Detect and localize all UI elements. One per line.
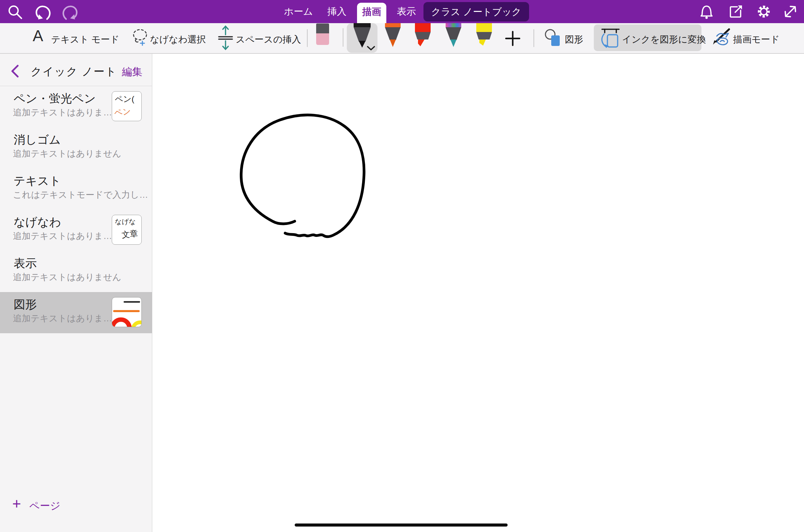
selected-pen-button[interactable] [347, 23, 377, 53]
plus-icon: + [12, 496, 21, 511]
sidebar-title: クイック ノート [31, 64, 112, 79]
search-icon[interactable] [7, 3, 24, 20]
undo-icon[interactable] [34, 3, 52, 21]
rainbow-pen[interactable] [445, 23, 462, 47]
ink-to-shape-button[interactable]: インクを図形に変換 [594, 25, 701, 51]
insert-space-button[interactable]: スペースの挿入 [217, 25, 295, 52]
note-subtitle: これはテキストモードで入力し… [13, 189, 148, 201]
note-item-text[interactable]: テキスト これはテキストモードで入力し… [0, 168, 152, 210]
orange-pen[interactable] [384, 23, 401, 47]
lasso-icon [131, 27, 150, 48]
note-item-pen-highlighter[interactable]: ペン・蛍光ペン 追加テキストはありま… ペン( ペン [0, 86, 152, 127]
onenote-app: ホーム 挿入 描画 表示 クラス ノートブック A テキスト モード [0, 0, 804, 532]
shape-icon [544, 29, 561, 47]
add-page-button[interactable]: + ページ [0, 496, 152, 517]
draw-mode-icon [711, 27, 731, 49]
notes-sidebar: クイック ノート 編集 ペン・蛍光ペン 追加テキストはありま… ペン( ペン 消… [0, 54, 152, 532]
yellow-highlighter[interactable] [476, 23, 493, 47]
sidebar-header: クイック ノート 編集 [0, 54, 152, 86]
black-pen [353, 23, 372, 48]
note-item-view[interactable]: 表示 追加テキストはありません [0, 251, 152, 292]
note-title: テキスト [14, 173, 61, 189]
tab-insert[interactable]: 挿入 [322, 0, 352, 23]
draw-mode-button[interactable]: 描画モード [711, 27, 779, 50]
ink-to-shape-icon [599, 27, 621, 48]
shape-button[interactable]: 図形 [544, 27, 589, 50]
text-mode-button[interactable]: A テキスト モード [33, 28, 114, 48]
note-subtitle: 追加テキストはありま… [13, 107, 112, 118]
add-pen-button[interactable] [505, 31, 521, 46]
note-subtitle: 追加テキストはありません [13, 271, 121, 283]
insert-space-icon [217, 25, 234, 51]
eraser-tool[interactable] [315, 23, 330, 46]
settings-gear-icon[interactable] [754, 2, 773, 21]
redo-icon[interactable] [61, 3, 79, 21]
draw-toolbar: A テキスト モード なげなわ選択 [0, 23, 804, 54]
note-item-eraser[interactable]: 消しゴム 追加テキストはありません [0, 127, 152, 168]
note-thumbnail: なげな 文章 [112, 215, 142, 245]
note-thumbnail: ペン( ペン [112, 91, 142, 121]
share-icon[interactable] [728, 3, 744, 20]
drawing-canvas[interactable] [153, 54, 804, 532]
home-indicator[interactable] [295, 523, 508, 527]
note-title: 表示 [14, 256, 37, 271]
note-title: 消しゴム [14, 132, 61, 148]
note-subtitle: 追加テキストはありません [13, 148, 121, 160]
ink-stroke-circle [153, 54, 804, 532]
note-title: なげなわ [14, 214, 61, 230]
top-bar: ホーム 挿入 描画 表示 クラス ノートブック [0, 0, 804, 23]
red-highlighter[interactable] [414, 23, 431, 47]
note-subtitle: 追加テキストはありま… [13, 312, 112, 324]
note-title: 図形 [14, 297, 37, 312]
tab-draw[interactable]: 描画 [357, 3, 386, 23]
fullscreen-icon[interactable] [782, 3, 799, 20]
note-item-shapes[interactable]: 図形 追加テキストはありま… [0, 292, 152, 333]
note-title: ペン・蛍光ペン [14, 91, 96, 107]
chevron-down-icon [367, 46, 375, 50]
back-chevron-icon[interactable] [10, 65, 19, 78]
bell-icon[interactable] [698, 3, 715, 20]
text-mode-icon: A [33, 27, 43, 45]
tab-view[interactable]: 表示 [392, 0, 421, 23]
edit-button[interactable]: 編集 [122, 65, 142, 79]
note-subtitle: 追加テキストはありま… [13, 230, 112, 242]
note-item-lasso[interactable]: なげなわ 追加テキストはありま… なげな 文章 [0, 210, 152, 251]
lasso-select-button[interactable]: なげなわ選択 [131, 27, 203, 50]
tab-class-notebook[interactable]: クラス ノートブック [423, 2, 529, 21]
tab-home[interactable]: ホーム [281, 0, 315, 23]
note-thumbnail [112, 297, 142, 327]
